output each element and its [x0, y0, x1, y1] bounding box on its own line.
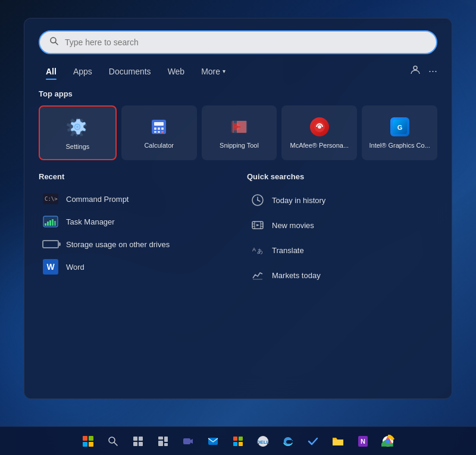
nav-tabs: All Apps Documents Web More ▾ ··· [39, 64, 437, 79]
more-options-icon[interactable]: ··· [428, 65, 437, 77]
taskbar-chrome-icon[interactable] [377, 431, 399, 452]
intel-label: Intel® Graphics Co... [369, 141, 430, 149]
search-input[interactable] [65, 38, 427, 47]
history-label: Today in history [272, 196, 325, 205]
recent-title: Recent [39, 172, 229, 181]
svg-rect-11 [154, 131, 156, 133]
search-icon [49, 36, 59, 48]
svg-rect-46 [158, 437, 163, 440]
svg-point-2 [414, 66, 417, 70]
taskbar-taskview-icon[interactable] [127, 431, 149, 452]
clock-icon [250, 193, 265, 207]
nav-right-icons: ··· [409, 64, 437, 79]
svg-line-29 [258, 200, 260, 201]
svg-rect-23 [47, 222, 49, 226]
quick-searches-column: Quick searches Today in history [247, 172, 437, 288]
mcafee-icon [310, 117, 329, 136]
svg-line-1 [55, 42, 58, 45]
svg-rect-45 [139, 442, 143, 446]
taskbar-onenote-icon[interactable]: N [352, 431, 374, 452]
recent-item-word[interactable]: W Word [39, 256, 229, 278]
mcafee-label: McAfee® Persona... [290, 141, 349, 149]
svg-text:G: G [397, 124, 402, 131]
svg-rect-12 [158, 131, 160, 133]
windows-start-button[interactable] [77, 431, 99, 452]
word-label: Word [66, 263, 84, 272]
search-bar[interactable] [39, 30, 437, 54]
taskbar-widgets-icon[interactable] [152, 431, 174, 452]
recent-item-storage[interactable]: Storage usage on other drives [39, 233, 229, 255]
quick-searches-title: Quick searches [247, 172, 437, 181]
svg-rect-51 [208, 438, 218, 445]
app-tile-settings[interactable]: Settings [39, 105, 117, 160]
svg-rect-55 [239, 442, 243, 446]
svg-point-5 [76, 126, 79, 128]
quick-item-history[interactable]: Today in history [247, 188, 437, 212]
svg-rect-53 [239, 437, 243, 441]
svg-rect-9 [158, 127, 160, 130]
tab-more[interactable]: More ▾ [194, 64, 233, 79]
svg-rect-10 [161, 127, 164, 130]
translate-icon: A あ [250, 243, 265, 257]
markets-label: Markets today [272, 271, 321, 280]
svg-rect-52 [233, 437, 237, 441]
svg-rect-47 [158, 441, 163, 446]
snipping-label: Snipping Tool [220, 141, 259, 149]
top-apps-grid: Settings Calculator [39, 105, 437, 160]
svg-rect-24 [49, 220, 51, 226]
settings-icon [67, 116, 88, 138]
bottom-section: Recent C:\> Command Prompt [39, 172, 437, 288]
translate-label: Translate [272, 246, 304, 255]
svg-rect-48 [164, 437, 168, 442]
svg-text:A: A [252, 247, 256, 253]
storage-icon [42, 238, 59, 250]
taskbar-dell-icon[interactable]: DELL [252, 431, 274, 452]
app-tile-mcafee[interactable]: McAfee® Persona... [281, 105, 357, 160]
taskbar-mail-icon[interactable] [202, 431, 224, 452]
calculator-label: Calculator [144, 141, 174, 149]
taskbar: DELL N [0, 426, 476, 455]
tab-web[interactable]: Web [161, 64, 192, 79]
quick-item-translate[interactable]: A あ Translate [247, 238, 437, 262]
task-manager-label: Task Manager [66, 217, 115, 226]
app-tile-snipping[interactable]: Snipping Tool [202, 105, 277, 160]
svg-point-18 [318, 125, 321, 129]
taskbar-files-icon[interactable] [327, 431, 349, 452]
quick-item-markets[interactable]: Markets today [247, 263, 437, 287]
svg-text:DELL: DELL [257, 440, 270, 445]
cmd-icon: C:\> [42, 193, 59, 205]
taskbar-search-icon[interactable] [102, 431, 124, 452]
taskbar-store-icon[interactable] [227, 431, 249, 452]
taskbar-check-icon[interactable] [302, 431, 324, 452]
chevron-down-icon: ▾ [223, 68, 226, 74]
tab-apps[interactable]: Apps [66, 64, 99, 79]
settings-label: Settings [66, 142, 90, 151]
recent-item-taskmanager[interactable]: Task Manager [39, 211, 229, 232]
app-tile-intel[interactable]: G Intel® Graphics Co... [362, 105, 437, 160]
cmd-label: Command Prompt [66, 195, 129, 204]
person-icon[interactable] [409, 64, 421, 79]
taskbar-teams-icon[interactable] [177, 431, 199, 452]
svg-rect-49 [164, 443, 168, 446]
svg-rect-7 [154, 122, 164, 126]
svg-text:あ: あ [257, 248, 263, 254]
svg-rect-8 [154, 127, 156, 130]
quick-item-movies[interactable]: New movies [247, 213, 437, 237]
storage-label: Storage usage on other drives [66, 240, 170, 249]
snipping-icon [230, 117, 249, 136]
svg-line-41 [114, 442, 117, 445]
chart-icon [250, 268, 265, 282]
task-manager-icon [42, 216, 59, 228]
tab-documents[interactable]: Documents [102, 64, 158, 79]
svg-rect-54 [233, 442, 237, 446]
movies-label: New movies [272, 221, 314, 230]
tab-all[interactable]: All [39, 64, 64, 79]
svg-rect-22 [45, 223, 46, 226]
app-tile-calculator[interactable]: Calculator [121, 105, 197, 160]
top-apps-title: Top apps [39, 89, 437, 98]
word-icon: W [42, 261, 59, 273]
svg-rect-44 [133, 442, 137, 446]
taskbar-edge-icon[interactable] [277, 431, 299, 452]
recent-item-cmd[interactable]: C:\> Command Prompt [39, 188, 229, 210]
calculator-icon [149, 117, 168, 136]
